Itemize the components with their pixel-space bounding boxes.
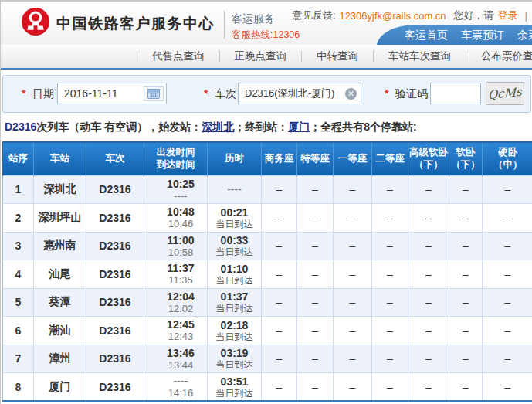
sub-nav: 代售点查询 正晚点查询 中转查询 车站车次查询 公布票价查询	[1, 45, 532, 70]
time-cell: 12:4512:43	[144, 317, 208, 345]
seat-availability-cell: –	[262, 317, 297, 345]
train-no-cell: D2316	[86, 204, 144, 233]
nav-station-train-query[interactable]: 车站车次查询	[374, 49, 466, 63]
col-duration: 历时	[208, 143, 262, 175]
seat-availability-cell: –	[297, 204, 334, 233]
stop-table: 站序 车站 车次 出发时间 到达时间 历时 商务座 特等座 一等座 二等座 高级…	[2, 143, 532, 402]
seat-availability-cell: –	[372, 204, 408, 233]
nav-transfer-query[interactable]: 中转查询	[302, 49, 373, 63]
seat-availability-cell: –	[372, 373, 408, 402]
seq-cell: 2	[3, 204, 34, 233]
table-row: 3惠州南D231611:0010:5800:33当日到达–––––––	[3, 232, 532, 260]
nav-agency-query[interactable]: 代售点查询	[137, 49, 219, 63]
col-depart-arrive: 出发时间 到达时间	[144, 143, 208, 175]
calendar-icon[interactable]	[144, 86, 164, 101]
required-mark: *	[204, 87, 208, 100]
seat-availability-cell: –	[372, 317, 408, 345]
top-bar: 中国铁路客户服务中心 客运服务 客服热线:12306 意见反馈: 12306yj…	[1, 0, 532, 45]
seat-availability-cell: –	[262, 288, 297, 317]
seat-availability-cell: –	[334, 373, 372, 402]
station-cell: 汕尾	[34, 260, 86, 289]
seat-availability-cell: –	[262, 260, 297, 289]
duration-cell: 01:37当日到达	[208, 288, 262, 317]
train-no-cell: D2316	[86, 288, 144, 317]
seat-availability-cell: –	[262, 232, 297, 260]
duration-value: 01:37	[208, 290, 261, 303]
seat-availability-cell: –	[483, 204, 532, 233]
arrive-time: 12:02	[154, 303, 207, 314]
seat-availability-cell: –	[483, 232, 532, 260]
station-cell: 深圳北	[34, 175, 86, 204]
train-no-cell: D2316	[86, 345, 144, 373]
captcha-image[interactable]: QcMs	[486, 82, 524, 105]
nav-remaining-tickets[interactable]: 余票查询	[517, 29, 532, 42]
duration-cell: 00:33当日到达	[208, 232, 262, 260]
seat-availability-cell: –	[449, 345, 483, 373]
seat-availability-cell: –	[297, 373, 334, 402]
col-hard-sleeper: 硬卧 （中）	[483, 143, 532, 175]
depart-time: 10:25	[154, 178, 207, 190]
china-railway-logo-icon	[21, 7, 50, 36]
duration-value: 03:51	[208, 375, 261, 388]
feedback-email-link[interactable]: 12306yjfk@rails.com.cn	[339, 10, 446, 22]
summary-text: 次列车（动车 有空调），始发站：	[36, 121, 202, 133]
time-cell: 12:0412:02	[144, 288, 208, 317]
train-no-cell: D2316	[86, 232, 144, 260]
seat-availability-cell: –	[408, 232, 449, 260]
table-row: 8厦门D2316----14:1603:51当日到达–––––––	[3, 373, 532, 402]
same-day-label: 当日到达	[208, 219, 261, 229]
train-label: 车次	[215, 87, 236, 101]
brand-divider	[224, 11, 225, 39]
duration-value: 01:10	[208, 263, 261, 275]
duration-cell: 02:18当日到达	[208, 317, 262, 345]
seat-availability-cell: –	[297, 317, 334, 345]
table-row: 4汕尾D231611:3711:3501:10当日到达–––––––	[3, 260, 532, 289]
nav-punctuality-query[interactable]: 正晚点查询	[220, 49, 302, 63]
seat-availability-cell: –	[334, 204, 372, 233]
seat-availability-cell: –	[297, 232, 334, 260]
train-input[interactable]	[238, 83, 361, 104]
seq-cell: 7	[3, 345, 34, 373]
hotline-label: 客服热线:12306	[232, 29, 300, 42]
nav-home[interactable]: 客运首页	[405, 29, 448, 42]
seat-availability-cell: –	[297, 345, 334, 373]
seat-availability-cell: –	[483, 175, 532, 204]
table-row: 2深圳坪山D231610:4810:4600:21当日到达–––––––	[3, 204, 532, 233]
same-day-label: 当日到达	[208, 246, 261, 257]
seat-availability-cell: –	[334, 288, 372, 317]
duration-value: 00:33	[208, 234, 261, 246]
seq-cell: 1	[3, 175, 34, 204]
nav-ticket-booking[interactable]: 车票预订	[461, 29, 504, 42]
seq-cell: 6	[3, 317, 34, 345]
seat-availability-cell: –	[334, 232, 372, 260]
seat-availability-cell: –	[483, 317, 532, 345]
seat-availability-cell: –	[372, 260, 408, 289]
duration-cell: ----	[208, 175, 262, 204]
duration-value: ----	[208, 183, 261, 195]
arrive-time: 11:35	[154, 274, 207, 286]
table-header-row: 站序 车站 车次 出发时间 到达时间 历时 商务座 特等座 一等座 二等座 高级…	[3, 143, 532, 175]
feedback-label: 意见反馈:	[293, 8, 336, 22]
seat-availability-cell: –	[483, 260, 532, 289]
stop-table-body: 1深圳北D231610:25--------–––––––2深圳坪山D23161…	[3, 175, 532, 401]
train-no-cell: D2316	[86, 175, 144, 204]
seat-availability-cell: –	[449, 260, 483, 289]
train-no-cell: D2316	[86, 317, 144, 345]
captcha-input[interactable]	[430, 83, 481, 104]
train-field-wrap: ✕	[238, 83, 361, 104]
captcha-label: 验证码	[395, 87, 428, 101]
seq-cell: 4	[3, 260, 34, 289]
nav-published-fares-query[interactable]: 公布票价查询	[466, 49, 532, 63]
table-row: 5葵潭D231612:0412:0201:37当日到达–––––––	[3, 288, 532, 317]
train-no-cell: D2316	[86, 373, 144, 402]
clear-icon[interactable]: ✕	[345, 88, 357, 100]
login-link[interactable]: 登录	[498, 8, 518, 22]
depart-time: 12:45	[154, 318, 207, 331]
seat-availability-cell: –	[334, 175, 372, 204]
time-cell: 10:25----	[144, 175, 208, 204]
user-bar: 意见反馈: 12306yjfk@rails.com.cn 您好，请 登录 | 注…	[293, 8, 532, 22]
duration-cell: 03:51当日到达	[208, 373, 262, 402]
seat-availability-cell: –	[372, 232, 408, 260]
seat-availability-cell: –	[262, 204, 297, 233]
captcha-glyphs: QcMs	[488, 85, 522, 103]
